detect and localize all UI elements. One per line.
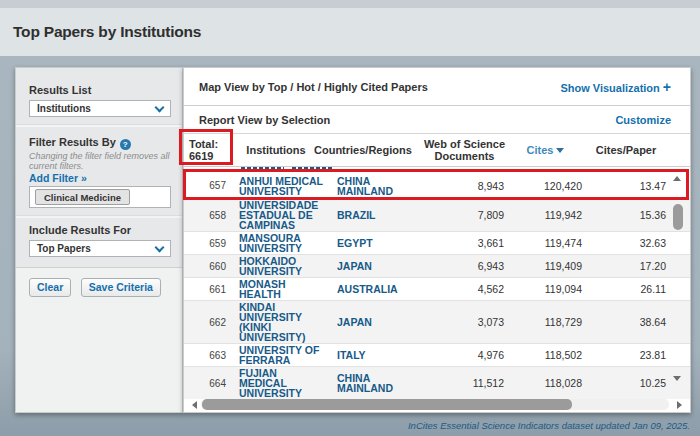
- help-icon[interactable]: ?: [120, 139, 131, 150]
- table-row: 657ANHUI MEDICAL UNIVERSITYCHINA MAINLAN…: [184, 173, 690, 198]
- results-panel: Map View by Top / Hot / Highly Cited Pap…: [183, 67, 691, 413]
- scroll-down-icon[interactable]: [673, 376, 681, 381]
- results-list-label: Results List: [29, 84, 171, 96]
- row-rank: 664: [184, 378, 234, 389]
- table-row: 659MANSOURA UNIVERSITYEGYPT3,661119,4743…: [184, 231, 690, 254]
- country-label: JAPAN: [332, 261, 422, 271]
- total-header: Total: 6619: [184, 138, 234, 162]
- cites-per-paper-value: 13.47: [584, 180, 668, 192]
- countries-header[interactable]: Countries/Regions: [332, 144, 422, 156]
- institution-link[interactable]: UNIVERSITY OF FERRARA: [234, 345, 332, 365]
- page-title: Top Papers by Institutions: [13, 23, 201, 41]
- save-criteria-button[interactable]: Save Criteria: [81, 278, 161, 297]
- wos-documents-value: 3,073: [422, 316, 507, 328]
- cites-sort-header[interactable]: Cites: [507, 144, 584, 156]
- filter-results-by-label: Filter Results By?: [29, 136, 171, 150]
- cites-per-paper-value: 26.11: [584, 283, 668, 295]
- results-list-dropdown[interactable]: Institutions: [29, 100, 171, 117]
- country-label: JAPAN: [332, 317, 422, 327]
- table-row: 662KINDAI UNIVERSITY (KINKI UNIVERSITY)J…: [184, 300, 690, 343]
- country-label: ITALY: [332, 350, 422, 360]
- cites-value: 120,420: [507, 180, 584, 192]
- cites-value: 118,729: [507, 316, 584, 328]
- wos-documents-value: 4,562: [422, 283, 507, 295]
- country-label: CHINA MAINLAND: [332, 176, 422, 196]
- cites-value: 118,502: [507, 349, 584, 361]
- chevron-down-icon: [155, 243, 165, 253]
- wos-documents-value: 4,976: [422, 349, 507, 361]
- cites-value: 119,094: [507, 283, 584, 295]
- map-view-title: Map View by Top / Hot / Highly Cited Pap…: [199, 81, 428, 93]
- vertical-scrollbar-thumb[interactable]: [673, 204, 683, 230]
- include-results-label: Include Results For: [29, 224, 171, 236]
- filter-field-input[interactable]: Clinical Medicine: [29, 186, 171, 208]
- row-rank: 657: [184, 180, 234, 191]
- scroll-left-icon[interactable]: [192, 401, 197, 409]
- include-results-value: Top Papers: [37, 243, 91, 254]
- institution-link[interactable]: ANHUI MEDICAL UNIVERSITY: [234, 176, 332, 196]
- window-top-strip: [0, 0, 700, 8]
- customize-link[interactable]: Customize: [615, 114, 671, 126]
- cites-per-paper-value: 23.81: [584, 349, 668, 361]
- clear-button[interactable]: Clear: [29, 278, 71, 297]
- row-rank: 659: [184, 238, 234, 249]
- cites-per-paper-value: 17.20: [584, 260, 668, 272]
- institution-link[interactable]: UNIVERSIDADE ESTADUAL DE CAMPINAS: [234, 200, 332, 230]
- dataset-updated-note: InCites Essential Science Indicators dat…: [408, 420, 690, 431]
- report-view-title: Report View by Selection: [199, 114, 330, 126]
- wos-documents-value: 3,661: [422, 237, 507, 249]
- table-row: 661MONASH HEALTHAUSTRALIA4,562119,09426.…: [184, 277, 690, 300]
- cites-per-paper-value: 15.36: [584, 209, 668, 221]
- add-filter-link[interactable]: Add Filter »: [29, 172, 171, 184]
- institution-link[interactable]: MANSOURA UNIVERSITY: [234, 233, 332, 253]
- clipped-previous-row: [184, 167, 690, 173]
- cites-value: 118,028: [507, 377, 584, 389]
- table-header-row: Total: 6619 Institutions Countries/Regio…: [184, 134, 690, 167]
- row-rank: 661: [184, 284, 234, 295]
- table-row: 658UNIVERSIDADE ESTADUAL DE CAMPINASBRAZ…: [184, 198, 690, 231]
- institution-link[interactable]: HOKKAIDO UNIVERSITY: [234, 256, 332, 276]
- sidebar-divider: [16, 124, 182, 127]
- plus-icon: +: [663, 79, 671, 95]
- row-rank: 658: [184, 210, 234, 221]
- country-label: AUSTRALIA: [332, 284, 422, 294]
- scroll-right-icon[interactable]: [677, 401, 682, 409]
- institution-link[interactable]: KINDAI UNIVERSITY (KINKI UNIVERSITY): [234, 302, 332, 342]
- chevron-down-icon: [155, 103, 165, 113]
- institution-link[interactable]: MONASH HEALTH: [234, 279, 332, 299]
- cites-per-paper-value: 38.64: [584, 316, 668, 328]
- wos-documents-value: 7,809: [422, 209, 507, 221]
- cites-value: 119,409: [507, 260, 584, 272]
- scroll-up-icon[interactable]: [673, 176, 681, 181]
- results-list-value: Institutions: [37, 103, 91, 114]
- cites-per-paper-header[interactable]: Cites/Paper: [584, 144, 668, 156]
- row-rank: 662: [184, 317, 234, 328]
- cites-value: 119,942: [507, 209, 584, 221]
- show-visualization-link[interactable]: Show Visualization+: [560, 79, 671, 95]
- country-label: BRAZIL: [332, 210, 422, 220]
- wos-documents-value: 6,943: [422, 260, 507, 272]
- horizontal-scrollbar-thumb[interactable]: [202, 399, 572, 410]
- map-view-bar: Map View by Top / Hot / Highly Cited Pap…: [184, 68, 690, 106]
- report-view-bar: Report View by Selection Customize: [184, 106, 690, 134]
- row-rank: 663: [184, 350, 234, 361]
- country-label: CHINA MAINLAND: [332, 373, 422, 393]
- table-row: 664FUJIAN MEDICAL UNIVERSITYCHINA MAINLA…: [184, 366, 690, 399]
- cites-per-paper-value: 32.63: [584, 237, 668, 249]
- table-row: 663UNIVERSITY OF FERRARAITALY4,976118,50…: [184, 343, 690, 366]
- filter-note: Changing the filter field removes all cu…: [29, 152, 171, 171]
- cites-per-paper-value: 10.25: [584, 377, 668, 389]
- institution-link[interactable]: FUJIAN MEDICAL UNIVERSITY: [234, 368, 332, 398]
- sidebar-divider: [16, 215, 182, 218]
- row-rank: 660: [184, 261, 234, 272]
- wos-documents-value: 8,943: [422, 180, 507, 192]
- filters-sidebar: Results List Institutions Filter Results…: [15, 67, 183, 413]
- include-results-dropdown[interactable]: Top Papers: [29, 240, 171, 257]
- horizontal-scrollbar: [184, 399, 690, 411]
- wos-documents-value: 11,512: [422, 377, 507, 389]
- wos-documents-header[interactable]: Web of Science Documents: [422, 138, 507, 162]
- country-label: EGYPT: [332, 238, 422, 248]
- cites-value: 119,474: [507, 237, 584, 249]
- filter-tag[interactable]: Clinical Medicine: [35, 189, 130, 205]
- table-row: 660HOKKAIDO UNIVERSITYJAPAN6,943119,4091…: [184, 254, 690, 277]
